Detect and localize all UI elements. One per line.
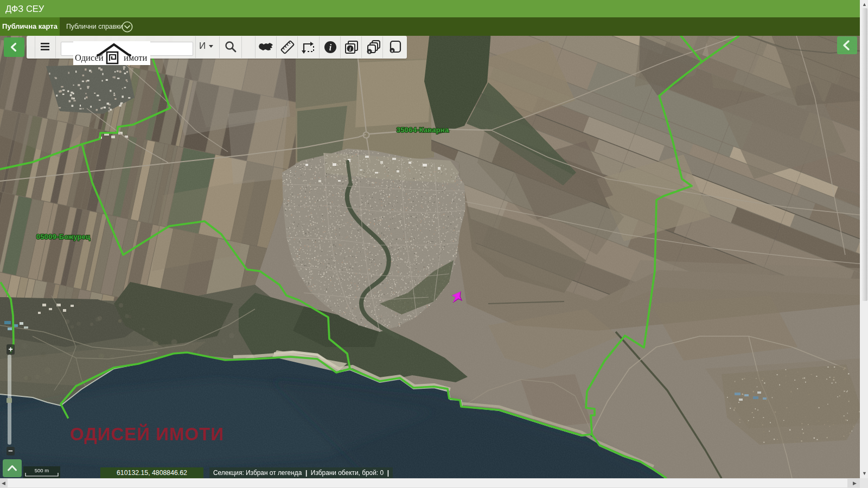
svg-text:i: i — [349, 46, 351, 52]
svg-text:35064-Каварна: 35064-Каварна — [397, 126, 449, 134]
svg-text:x: x — [368, 50, 371, 54]
svg-text:x: x — [391, 49, 393, 53]
svg-text:500 m: 500 m — [35, 467, 49, 473]
svg-text:i: i — [329, 43, 332, 52]
svg-text:05009-Божурец: 05009-Божурец — [36, 233, 90, 241]
